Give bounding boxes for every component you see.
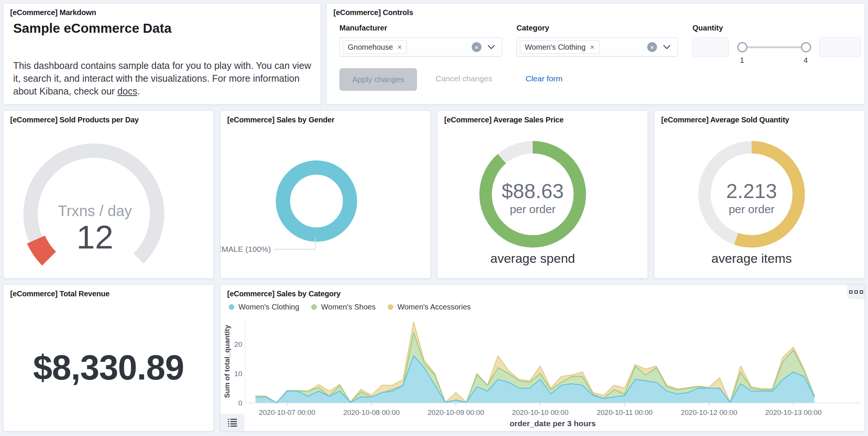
- clear-category-icon[interactable]: ×: [647, 42, 657, 52]
- quantity-min-value: 1: [740, 56, 744, 65]
- x-tick-label: 2020-10-07 00:00: [259, 409, 315, 416]
- chevron-down-icon[interactable]: [487, 43, 496, 52]
- markdown-body-end: .: [137, 86, 140, 96]
- goal-caption: average items: [711, 251, 792, 265]
- x-axis-title: order_date per 3 hours: [510, 419, 596, 428]
- goal-caption: average spend: [491, 251, 575, 265]
- x-tick-label: 2020-10-11 00:00: [597, 409, 653, 416]
- y-tick-label: 10: [234, 370, 242, 378]
- y-tick-label: 20: [234, 340, 242, 348]
- dashboard: [eCommerce] Markdown Sample eCommerce Da…: [0, 0, 868, 436]
- panel-average-sold-quantity: [eCommerce] Average Sold Quantity 2.213 …: [654, 110, 865, 279]
- cancel-changes-button[interactable]: Cancel changes: [436, 74, 492, 83]
- goal-value: 2.213: [726, 180, 777, 202]
- quantity-slider-handle-min[interactable]: [737, 42, 747, 52]
- category-selected-value: Women's Clothing: [525, 43, 585, 52]
- goal-chart[interactable]: 2.213 per order average items: [654, 111, 865, 279]
- y-axis-title: Sum of total_quantity: [223, 325, 231, 398]
- stacked-area-chart[interactable]: 010202020-10-07 00:002020-10-08 00:00202…: [220, 285, 865, 432]
- quantity-slider-handle-max[interactable]: [801, 42, 811, 52]
- gauge-value: 12: [76, 218, 113, 256]
- markdown-body: This dashboard contains sample data for …: [13, 59, 319, 98]
- slice-label: FEMALE (100%): [220, 245, 271, 253]
- panel-title: [eCommerce] Controls: [333, 8, 413, 17]
- donut-slice-female[interactable]: [283, 168, 350, 235]
- markdown-body-text: This dashboard contains sample data for …: [13, 60, 311, 96]
- x-tick-label: 2020-10-12 00:00: [681, 409, 737, 416]
- x-tick-label: 2020-10-09 00:00: [428, 409, 484, 416]
- x-tick-label: 2020-10-13 00:00: [765, 409, 822, 416]
- panel-sales-by-category: [eCommerce] Sales by Category Women's Cl…: [220, 284, 865, 431]
- panel-average-sales-price: [eCommerce] Average Sales Price $88.63 p…: [437, 110, 648, 279]
- manufacturer-combobox[interactable]: Gnomehouse× ×: [339, 37, 502, 57]
- goal-unit: per order: [729, 203, 775, 215]
- quantity-slider-track[interactable]: [742, 46, 806, 48]
- clear-form-button[interactable]: Clear form: [526, 74, 562, 83]
- panel-markdown: [eCommerce] Markdown Sample eCommerce Da…: [3, 3, 321, 105]
- category-label: Category: [517, 24, 549, 32]
- remove-category-icon[interactable]: ×: [590, 43, 594, 52]
- gauge-chart[interactable]: Trxns / day 12: [3, 111, 214, 279]
- y-tick-label: 0: [238, 399, 242, 407]
- category-combobox[interactable]: Women's Clothing× ×: [517, 37, 678, 57]
- quantity-min-input[interactable]: [692, 37, 729, 57]
- gauge-label: Trxns / day: [58, 203, 132, 219]
- panel-sold-products-per-day: [eCommerce] Sold Products per Day Trxns …: [3, 110, 214, 279]
- panel-title: [eCommerce] Total Revenue: [10, 290, 110, 298]
- markdown-heading: Sample eCommerce Data: [13, 21, 171, 36]
- goal-chart[interactable]: $88.63 per order average spend: [437, 111, 648, 279]
- clear-manufacturer-icon[interactable]: ×: [472, 42, 481, 52]
- goal-value: $88.63: [501, 180, 564, 202]
- remove-manufacturer-icon[interactable]: ×: [397, 43, 402, 52]
- quantity-label: Quantity: [692, 24, 723, 32]
- list-icon: [228, 418, 237, 427]
- x-tick-label: 2020-10-10 00:00: [512, 409, 568, 416]
- goal-unit: per order: [510, 203, 556, 215]
- panel-total-revenue: [eCommerce] Total Revenue $8,330.89: [3, 284, 214, 431]
- manufacturer-selected-pill[interactable]: Gnomehouse×: [343, 40, 407, 54]
- apply-changes-button[interactable]: Apply changes: [339, 68, 417, 91]
- manufacturer-label: Manufacturer: [339, 24, 387, 32]
- docs-link[interactable]: docs: [118, 86, 138, 96]
- manufacturer-selected-value: Gnomehouse: [348, 43, 393, 52]
- quantity-max-input[interactable]: [819, 37, 861, 57]
- metric-value: $8,330.89: [3, 348, 214, 387]
- x-tick-label: 2020-10-08 00:00: [343, 409, 400, 416]
- donut-chart[interactable]: FEMALE (100%): [220, 111, 431, 279]
- panel-controls: [eCommerce] Controls Manufacturer Gnomeh…: [326, 3, 865, 105]
- panel-title: [eCommerce] Markdown: [10, 8, 96, 17]
- legend-toggle-button[interactable]: [220, 414, 245, 431]
- panel-sales-by-gender: [eCommerce] Sales by Gender FEMALE (100%…: [220, 110, 431, 279]
- category-selected-pill[interactable]: Women's Clothing×: [520, 40, 599, 54]
- chevron-down-icon[interactable]: [662, 43, 671, 52]
- quantity-max-value: 4: [804, 56, 808, 65]
